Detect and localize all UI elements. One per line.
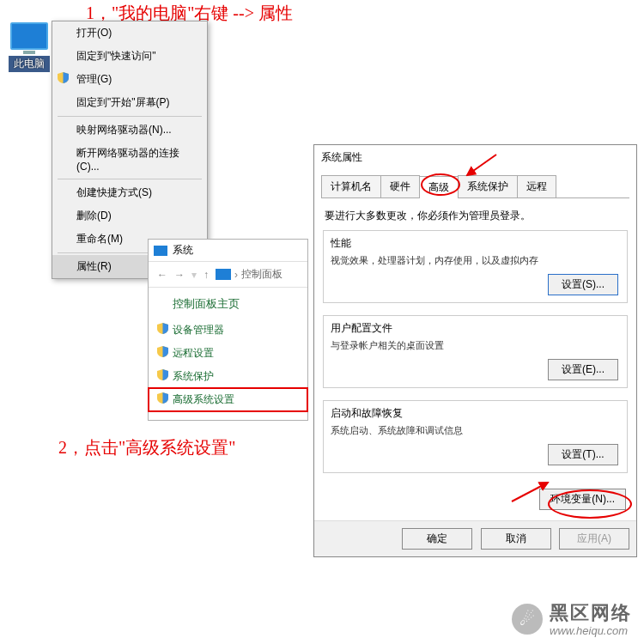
arrow-to-tab (464, 153, 498, 179)
desktop-icon-label: 此电脑 (9, 56, 50, 72)
group-user-profile: 用户配置文件 与登录帐户相关的桌面设置 设置(E)... (323, 315, 628, 388)
monitor-icon (10, 22, 48, 50)
annotation-step2: 2，点击"高级系统设置" (58, 436, 235, 459)
perf-settings-button[interactable]: 设置(S)... (548, 274, 618, 295)
window-titlebar: 系统 (149, 240, 307, 262)
separator (58, 116, 202, 117)
menu-disconnect-drive[interactable]: 断开网络驱动器的连接(C)... (52, 142, 207, 177)
shield-icon (157, 346, 168, 357)
startup-settings-button[interactable]: 设置(T)... (548, 444, 618, 465)
group-performance: 性能 视觉效果，处理器计划，内存使用，以及虚拟内存 设置(S)... (323, 230, 628, 303)
shield-icon (157, 392, 168, 404)
profile-settings-button[interactable]: 设置(E)... (548, 359, 618, 380)
window-title: 系统 (173, 243, 193, 258)
monitor-stand (23, 51, 35, 54)
link-system-protection[interactable]: 系统保护 (149, 365, 307, 388)
nav-bar: ← → ▾ ↑ › 控制面板 (149, 262, 307, 288)
menu-map-drive[interactable]: 映射网络驱动器(N)... (52, 118, 207, 142)
desktop-icon-this-pc[interactable]: 此电脑 (9, 22, 50, 72)
menu-pin-start[interactable]: 固定到"开始"屏幕(P) (52, 91, 207, 114)
svg-line-0 (467, 155, 496, 175)
back-arrow-icon[interactable]: ← (157, 269, 167, 281)
forward-arrow-icon[interactable]: → (174, 269, 185, 281)
control-panel-window: 系统 ← → ▾ ↑ › 控制面板 控制面板主页 设备管理器 远程设置 系统保护… (148, 239, 308, 421)
link-remote-settings[interactable]: 远程设置 (149, 342, 307, 365)
group-desc: 视觉效果，处理器计划，内存使用，以及虚拟内存 (331, 254, 620, 267)
cp-heading: 控制面板主页 (149, 288, 307, 319)
breadcrumb-icon (216, 269, 231, 280)
tab-hardware[interactable]: 硬件 (380, 175, 420, 197)
system-icon (154, 246, 167, 256)
admin-note: 要进行大多数更改，你必须作为管理员登录。 (321, 198, 629, 230)
shield-icon (157, 369, 168, 380)
ok-button[interactable]: 确定 (402, 528, 472, 550)
group-label: 用户配置文件 (331, 321, 620, 336)
group-desc: 系统启动、系统故障和调试信息 (331, 424, 620, 437)
tab-remote[interactable]: 远程 (517, 175, 556, 197)
tab-computer-name[interactable]: 计算机名 (321, 175, 381, 197)
group-label: 性能 (331, 236, 620, 251)
highlight-circle-env-button (548, 489, 632, 519)
cancel-button[interactable]: 取消 (481, 528, 551, 550)
menu-delete[interactable]: 删除(D) (52, 204, 207, 228)
menu-create-shortcut[interactable]: 创建快捷方式(S) (52, 181, 207, 204)
group-startup-recovery: 启动和故障恢复 系统启动、系统故障和调试信息 设置(T)... (323, 400, 628, 473)
shield-icon (58, 72, 69, 83)
menu-open[interactable]: 打开(O) (52, 21, 207, 45)
up-arrow-icon[interactable]: ↑ (204, 269, 209, 281)
menu-pin-quick-access[interactable]: 固定到"快速访问" (52, 45, 207, 68)
watermark: ☄ 黑区网络 www.heiqu.com (512, 600, 632, 637)
svg-line-1 (512, 483, 548, 501)
tab-bar: 计算机名 硬件 高级 系统保护 远程 (321, 175, 629, 198)
group-desc: 与登录帐户相关的桌面设置 (331, 339, 620, 352)
watermark-url: www.heiqu.com (550, 624, 632, 637)
shield-icon (157, 323, 168, 334)
watermark-logo-icon: ☄ (512, 604, 543, 635)
apply-button[interactable]: 应用(A) (559, 528, 629, 550)
highlight-circle-advanced-tab (421, 173, 460, 196)
breadcrumb[interactable]: 控制面板 (241, 267, 283, 282)
link-advanced-system-settings[interactable]: 高级系统设置 (149, 388, 307, 411)
dialog-actions: 确定 取消 应用(A) (314, 520, 636, 556)
group-label: 启动和故障恢复 (331, 406, 620, 421)
link-device-manager[interactable]: 设备管理器 (149, 319, 307, 342)
menu-manage[interactable]: 管理(G) (52, 68, 207, 91)
watermark-text: 黑区网络 (550, 600, 632, 626)
arrow-to-env-button (510, 477, 553, 503)
separator (58, 179, 202, 179)
